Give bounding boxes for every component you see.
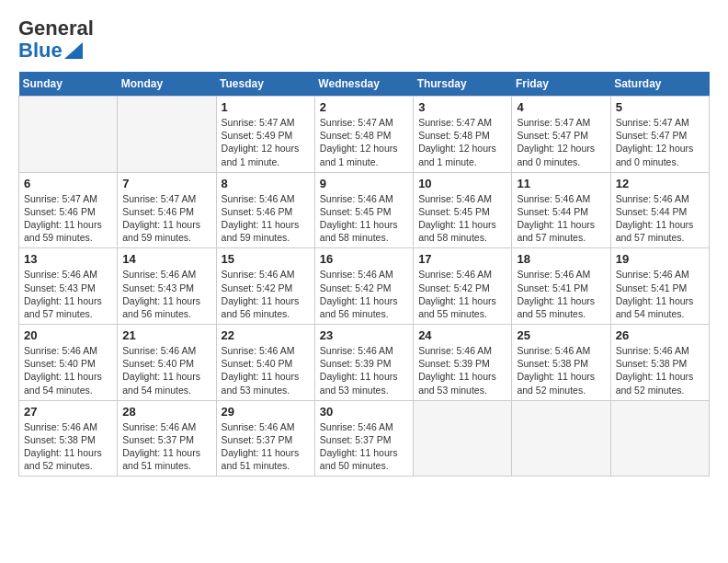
sunset-label: Sunset: 5:48 PM	[320, 130, 392, 141]
calendar-cell: 29 Sunrise: 5:46 AM Sunset: 5:37 PM Dayl…	[216, 400, 314, 477]
logo: General Blue	[18, 18, 96, 63]
calendar-cell: 2 Sunrise: 5:47 AM Sunset: 5:48 PM Dayli…	[314, 97, 413, 173]
day-number: 5	[616, 100, 704, 114]
weekday-header-cell: Friday	[512, 72, 610, 97]
day-number: 8	[222, 177, 310, 190]
daylight-label: Daylight: 11 hours and 59 minutes.	[24, 219, 102, 243]
sunrise-label: Sunrise: 5:46 AM	[222, 269, 295, 280]
day-number: 13	[24, 252, 112, 266]
cell-info: Sunrise: 5:47 AM Sunset: 5:49 PM Dayligh…	[222, 116, 310, 168]
day-number: 21	[122, 328, 210, 342]
daylight-label: Daylight: 11 hours and 54 minutes.	[122, 371, 200, 395]
weekday-header-cell: Thursday	[414, 72, 512, 97]
day-number: 25	[517, 328, 605, 342]
daylight-label: Daylight: 12 hours and 1 minute.	[222, 143, 300, 167]
sunrise-label: Sunrise: 5:47 AM	[320, 117, 393, 128]
daylight-label: Daylight: 11 hours and 53 minutes.	[418, 371, 496, 395]
weekday-header-cell: Sunday	[19, 72, 118, 97]
calendar-cell: 11 Sunrise: 5:46 AM Sunset: 5:44 PM Dayl…	[512, 172, 610, 248]
day-number: 23	[320, 328, 408, 342]
sunrise-label: Sunrise: 5:46 AM	[24, 269, 97, 280]
sunset-label: Sunset: 5:38 PM	[616, 358, 688, 369]
sunset-label: Sunset: 5:43 PM	[122, 282, 194, 293]
calendar-cell: 15 Sunrise: 5:46 AM Sunset: 5:42 PM Dayl…	[216, 248, 314, 325]
cell-info: Sunrise: 5:46 AM Sunset: 5:37 PM Dayligh…	[122, 420, 210, 473]
day-number: 14	[122, 252, 210, 266]
calendar-cell: 21 Sunrise: 5:46 AM Sunset: 5:40 PM Dayl…	[118, 325, 216, 401]
daylight-label: Daylight: 11 hours and 52 minutes.	[616, 371, 694, 395]
day-number: 9	[320, 177, 408, 190]
sunrise-label: Sunrise: 5:47 AM	[122, 193, 196, 204]
daylight-label: Daylight: 11 hours and 54 minutes.	[616, 295, 694, 319]
sunset-label: Sunset: 5:45 PM	[320, 206, 392, 217]
sunrise-label: Sunrise: 5:47 AM	[616, 117, 689, 128]
sunset-label: Sunset: 5:46 PM	[222, 206, 293, 217]
sunrise-label: Sunrise: 5:47 AM	[24, 193, 97, 204]
cell-info: Sunrise: 5:46 AM Sunset: 5:44 PM Dayligh…	[616, 192, 704, 245]
cell-info: Sunrise: 5:46 AM Sunset: 5:38 PM Dayligh…	[517, 344, 605, 396]
daylight-label: Daylight: 11 hours and 57 minutes.	[24, 295, 102, 319]
calendar-cell	[118, 97, 216, 173]
sunset-label: Sunset: 5:49 PM	[222, 130, 293, 141]
daylight-label: Daylight: 11 hours and 58 minutes.	[320, 219, 398, 243]
weekday-header-cell: Saturday	[610, 72, 709, 97]
calendar-cell: 25 Sunrise: 5:46 AM Sunset: 5:38 PM Dayl…	[512, 325, 610, 401]
daylight-label: Daylight: 12 hours and 0 minutes.	[517, 143, 595, 167]
day-number: 6	[24, 177, 112, 190]
calendar-cell: 10 Sunrise: 5:46 AM Sunset: 5:45 PM Dayl…	[414, 172, 512, 248]
calendar-cell: 22 Sunrise: 5:46 AM Sunset: 5:40 PM Dayl…	[216, 325, 314, 401]
calendar-cell: 20 Sunrise: 5:46 AM Sunset: 5:40 PM Dayl…	[19, 325, 118, 401]
day-number: 30	[320, 405, 408, 419]
day-number: 15	[222, 252, 310, 266]
cell-info: Sunrise: 5:46 AM Sunset: 5:37 PM Dayligh…	[320, 420, 408, 473]
calendar-cell: 13 Sunrise: 5:46 AM Sunset: 5:43 PM Dayl…	[19, 248, 118, 325]
sunrise-label: Sunrise: 5:46 AM	[24, 421, 97, 432]
sunset-label: Sunset: 5:38 PM	[517, 358, 588, 369]
sunset-label: Sunset: 5:46 PM	[24, 206, 96, 217]
sunrise-label: Sunrise: 5:46 AM	[222, 421, 295, 432]
sunrise-label: Sunrise: 5:46 AM	[517, 345, 590, 356]
cell-info: Sunrise: 5:47 AM Sunset: 5:46 PM Dayligh…	[24, 192, 112, 245]
sunset-label: Sunset: 5:44 PM	[517, 206, 588, 217]
day-number: 27	[24, 405, 112, 419]
sunset-label: Sunset: 5:37 PM	[122, 434, 194, 445]
calendar-cell: 12 Sunrise: 5:46 AM Sunset: 5:44 PM Dayl…	[610, 172, 709, 248]
cell-info: Sunrise: 5:46 AM Sunset: 5:45 PM Dayligh…	[418, 192, 506, 245]
sunset-label: Sunset: 5:43 PM	[24, 282, 96, 293]
sunset-label: Sunset: 5:41 PM	[517, 282, 588, 293]
calendar-cell	[414, 400, 512, 477]
day-number: 19	[616, 252, 704, 266]
cell-info: Sunrise: 5:46 AM Sunset: 5:45 PM Dayligh…	[320, 192, 408, 245]
cell-info: Sunrise: 5:46 AM Sunset: 5:44 PM Dayligh…	[517, 192, 605, 245]
daylight-label: Daylight: 11 hours and 59 minutes.	[122, 219, 200, 243]
calendar-cell: 28 Sunrise: 5:46 AM Sunset: 5:37 PM Dayl…	[118, 400, 216, 477]
daylight-label: Daylight: 11 hours and 57 minutes.	[616, 219, 694, 243]
sunset-label: Sunset: 5:42 PM	[222, 282, 293, 293]
cell-info: Sunrise: 5:47 AM Sunset: 5:46 PM Dayligh…	[122, 192, 210, 245]
sunrise-label: Sunrise: 5:46 AM	[222, 345, 295, 356]
calendar-cell: 9 Sunrise: 5:46 AM Sunset: 5:45 PM Dayli…	[314, 172, 413, 248]
sunset-label: Sunset: 5:47 PM	[517, 130, 588, 141]
cell-info: Sunrise: 5:47 AM Sunset: 5:47 PM Dayligh…	[616, 116, 704, 168]
sunrise-label: Sunrise: 5:46 AM	[122, 421, 196, 432]
day-number: 17	[418, 252, 506, 266]
cell-info: Sunrise: 5:46 AM Sunset: 5:41 PM Dayligh…	[517, 268, 605, 320]
sunset-label: Sunset: 5:37 PM	[222, 434, 293, 445]
day-number: 2	[320, 100, 408, 114]
daylight-label: Daylight: 11 hours and 53 minutes.	[222, 371, 300, 395]
sunrise-label: Sunrise: 5:47 AM	[418, 117, 492, 128]
calendar-cell: 4 Sunrise: 5:47 AM Sunset: 5:47 PM Dayli…	[512, 97, 610, 173]
calendar-cell: 23 Sunrise: 5:46 AM Sunset: 5:39 PM Dayl…	[314, 325, 413, 401]
day-number: 28	[122, 405, 210, 419]
cell-info: Sunrise: 5:46 AM Sunset: 5:42 PM Dayligh…	[222, 268, 310, 320]
calendar-cell: 26 Sunrise: 5:46 AM Sunset: 5:38 PM Dayl…	[610, 325, 709, 401]
day-number: 10	[418, 177, 506, 190]
day-number: 16	[320, 252, 408, 266]
cell-info: Sunrise: 5:46 AM Sunset: 5:42 PM Dayligh…	[418, 268, 506, 320]
calendar-week-row: 6 Sunrise: 5:47 AM Sunset: 5:46 PM Dayli…	[19, 172, 710, 248]
calendar-week-row: 27 Sunrise: 5:46 AM Sunset: 5:38 PM Dayl…	[19, 400, 710, 477]
day-number: 20	[24, 328, 112, 342]
daylight-label: Daylight: 11 hours and 54 minutes.	[24, 371, 102, 395]
sunrise-label: Sunrise: 5:46 AM	[320, 269, 393, 280]
daylight-label: Daylight: 11 hours and 55 minutes.	[517, 295, 595, 319]
